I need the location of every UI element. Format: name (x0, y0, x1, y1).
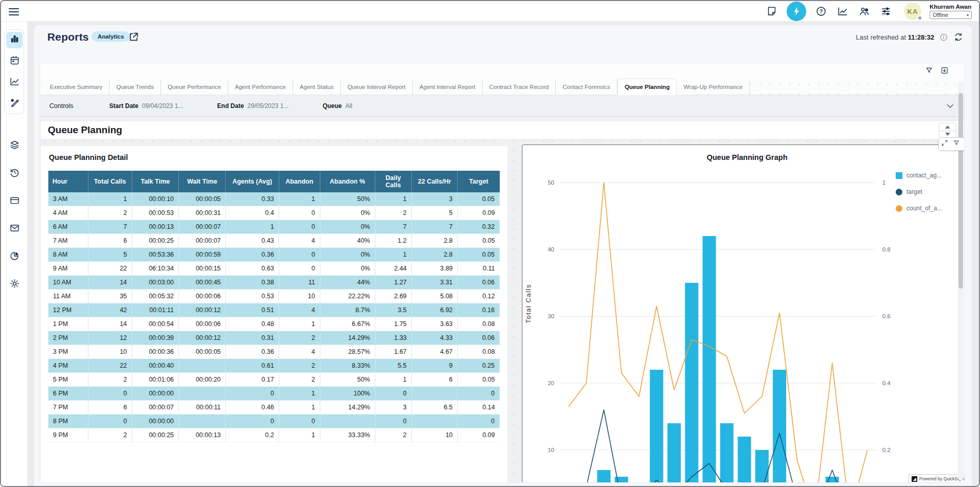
sidebar-item-pie-reports[interactable] (6, 248, 23, 265)
control-queue[interactable]: QueueAll (322, 102, 352, 110)
avatar[interactable]: KA (904, 3, 921, 20)
table-row: 7 PM600:00:0700:00:110.46114.29%36.50.14 (48, 401, 500, 414)
legend-item-contact-ag-[interactable]: contact_ag... (896, 172, 942, 179)
table-cell: 0.32 (458, 220, 500, 234)
table-cell: 22 (88, 262, 132, 276)
svg-text:30: 30 (548, 313, 554, 319)
table-cell: 7 (375, 220, 411, 234)
queue-planning-graph-panel[interactable]: Queue Planning Graph Total Calls 5040302… (522, 145, 964, 482)
sidebar-item-reports[interactable] (6, 32, 23, 48)
table-cell: 4 (279, 234, 320, 248)
top-bar: ? KA Khurram Awan Offline ▾ (1, 1, 979, 22)
table-cell: 8.33% (320, 359, 375, 373)
table-cell: 06:10:34 (132, 262, 178, 276)
table-cell: 0.16 (458, 303, 500, 317)
mail-icon (9, 223, 20, 236)
sidebar-item-history[interactable] (6, 165, 23, 182)
tab-agent-interval-report[interactable]: Agent Interval Report (413, 79, 483, 95)
svg-text:40: 40 (548, 246, 554, 252)
table-cell: 0.08 (458, 345, 500, 359)
table-cell: 00:00:59 (179, 248, 226, 262)
table-row: 7 AM600:00:2500:00:070.43440%1.22.80.05 (48, 234, 500, 248)
menu-icon[interactable] (8, 6, 20, 18)
table-cell: 0.05 (458, 248, 500, 262)
dashboard-tools (925, 66, 949, 77)
table-cell: 50% (320, 373, 375, 387)
svg-text:20: 20 (548, 380, 554, 386)
table-cell: 4 (279, 345, 320, 359)
table-row: 10 AM1400:03:0000:00:450.381144%1.273.31… (48, 276, 500, 290)
table-cell: 00:00:39 (132, 331, 178, 345)
legend-item-target[interactable]: target (896, 188, 942, 195)
sidebar-item-layers[interactable] (6, 137, 23, 154)
refresh-icon[interactable] (953, 32, 964, 42)
tab-contact-forensics[interactable]: Contact Forensics (556, 79, 618, 95)
sidebar-item-design[interactable] (6, 95, 23, 112)
svg-text:?: ? (820, 9, 823, 14)
left-nav-rail (1, 22, 28, 486)
window-icon (9, 195, 20, 208)
sidebar-item-window[interactable] (6, 193, 23, 209)
settings-sliders-icon[interactable] (879, 5, 893, 18)
table-cell: 3.5 (375, 303, 411, 317)
control-start-date[interactable]: Start Date09/04/2023 1... (110, 102, 184, 110)
table-cell: 4.33 (411, 331, 458, 345)
table-cell: 00:00:11 (179, 401, 226, 414)
sidebar-item-settings[interactable] (6, 276, 23, 293)
last-refreshed-time: 11:28:32 (908, 33, 934, 41)
tab-agent-status[interactable]: Agent Status (293, 79, 341, 95)
tab-contract-trace-record[interactable]: Contract Trace Record (483, 79, 556, 95)
info-icon[interactable] (939, 33, 948, 42)
agents-icon[interactable] (858, 5, 871, 18)
pager-up-button[interactable] (939, 123, 956, 131)
table-cell: 6 (411, 373, 458, 387)
legend-item-count-of-a-[interactable]: count_of_a... (896, 205, 942, 212)
table-cell: 0.36 (226, 248, 279, 262)
table-cell: 10 AM (48, 276, 88, 290)
table-cell: 6.92 (411, 303, 458, 317)
tab-queue-trends[interactable]: Queue Trends (110, 79, 161, 95)
table-cell: 22 (88, 359, 132, 373)
tab-queue-performance[interactable]: Queue Performance (161, 79, 228, 95)
sidebar-item-analytics[interactable] (6, 74, 23, 91)
table-cell: 14 (88, 276, 132, 290)
user-block: Khurram Awan Offline ▾ (930, 4, 972, 19)
table-cell: 6 AM (48, 220, 88, 234)
table-cell: 1 (375, 248, 411, 262)
column-header: Target (458, 171, 500, 192)
filter-icon[interactable] (953, 139, 960, 149)
table-cell: 3.63 (411, 317, 458, 331)
table-cell: 1 (279, 317, 320, 331)
sidebar-item-schedule[interactable] (6, 53, 23, 69)
tab-executive-summary[interactable]: Executive Summary (43, 79, 110, 95)
table-cell: 42 (88, 303, 132, 317)
metrics-icon[interactable] (836, 5, 849, 18)
table-cell: 10 (411, 428, 458, 442)
tab-queue-planning[interactable]: Queue Planning (618, 79, 677, 95)
sidebar-item-mail[interactable] (6, 221, 23, 237)
table-cell: 2.44 (375, 262, 411, 276)
table-cell: 00:00:00 (132, 414, 178, 428)
tab-queue-interval-report[interactable]: Queue Interval Report (341, 79, 413, 95)
filter-icon[interactable] (925, 66, 933, 77)
controls-collapse-icon[interactable] (946, 101, 955, 111)
table-cell: 0 (375, 387, 411, 401)
status-select[interactable]: Offline ▾ (930, 11, 972, 19)
external-link-icon[interactable] (128, 31, 139, 43)
tab-wrap-up-performance[interactable]: Wrap-Up Performance (677, 79, 750, 95)
notes-icon[interactable] (765, 5, 778, 18)
status-value: Offline (933, 12, 948, 18)
quicksight-attribution[interactable]: Powered by QuickSight (909, 474, 964, 482)
pager-down-button[interactable] (939, 131, 956, 138)
control-end-date[interactable]: End Date29/05/2023 1... (217, 102, 288, 110)
queue-planning-table: HourTotal CallsTalk TimeWait TimeAgents … (48, 171, 500, 442)
table-cell: 00:01:11 (132, 303, 178, 317)
scrollbar-thumb[interactable] (958, 93, 963, 288)
table-cell: 0.33 (226, 192, 279, 206)
quick-actions-icon[interactable] (787, 2, 806, 21)
export-icon[interactable] (940, 66, 949, 77)
help-icon[interactable]: ? (814, 5, 828, 18)
tab-agent-performance[interactable]: Agent Performance (228, 79, 293, 95)
expand-icon[interactable] (941, 139, 948, 149)
table-cell: 3.31 (411, 276, 458, 290)
